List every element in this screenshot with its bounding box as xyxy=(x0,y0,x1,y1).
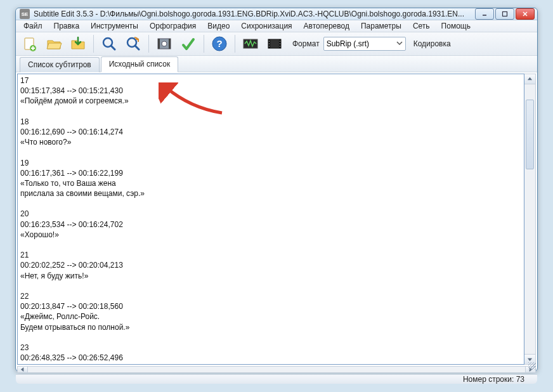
menu-options[interactable]: Параметры xyxy=(356,20,407,32)
format-label: Формат xyxy=(292,39,320,48)
window-title: Subtitle Edit 3.5.3 - D:\Фильмы\Ogni.bol… xyxy=(34,10,475,18)
menubar: Файл Правка Инструменты Орфография Видео… xyxy=(16,20,537,32)
app-icon: SE xyxy=(20,9,30,19)
scroll-thumb[interactable] xyxy=(526,100,534,169)
replace-button[interactable] xyxy=(123,34,143,54)
titlebar: SE Subtitle Edit 3.5.3 - D:\Фильмы\Ogni.… xyxy=(16,8,537,20)
horizontal-scrollbar[interactable] xyxy=(17,366,536,373)
menu-autotranslate[interactable]: Автоперевод xyxy=(299,20,355,32)
svg-rect-24 xyxy=(269,46,270,47)
svg-rect-1 xyxy=(503,12,507,16)
format-value: SubRip (.srt) xyxy=(327,39,369,48)
separator xyxy=(148,35,149,53)
tabs: Список субтитров Исходный список xyxy=(16,56,537,72)
svg-point-15 xyxy=(162,41,167,46)
save-button[interactable] xyxy=(68,34,88,54)
svg-rect-27 xyxy=(280,46,280,47)
menu-tools[interactable]: Инструменты xyxy=(86,20,143,32)
video-button[interactable] xyxy=(264,34,285,54)
svg-rect-14 xyxy=(169,39,171,49)
svg-rect-26 xyxy=(280,43,280,44)
close-button[interactable] xyxy=(516,8,535,20)
separator xyxy=(204,35,204,53)
separator xyxy=(93,35,94,53)
source-text-panel[interactable]: 17 00:15:17,384 --> 00:15:21,430 «Пойдём… xyxy=(17,74,524,365)
menu-file[interactable]: Файл xyxy=(18,20,48,32)
window-controls xyxy=(475,8,535,20)
find-button[interactable] xyxy=(99,34,119,54)
new-file-button[interactable] xyxy=(20,34,40,54)
separator xyxy=(235,35,235,53)
vertical-scrollbar[interactable] xyxy=(524,74,536,365)
maximize-button[interactable] xyxy=(495,8,514,20)
format-combo[interactable]: SubRip (.srt) xyxy=(323,37,406,51)
visual-sync-button[interactable] xyxy=(154,34,174,54)
svg-text:?: ? xyxy=(216,38,222,49)
content-area: 17 00:15:17,384 --> 00:15:21,430 «Пойдём… xyxy=(16,72,537,366)
svg-line-11 xyxy=(135,46,139,49)
svg-rect-25 xyxy=(280,41,280,42)
menu-help[interactable]: Помощь xyxy=(436,20,476,32)
tab-source-list[interactable]: Исходный список xyxy=(101,56,178,72)
tab-subtitle-list[interactable]: Список субтитров xyxy=(20,57,100,72)
resize-grip-icon[interactable] xyxy=(528,362,536,370)
svg-rect-22 xyxy=(269,41,270,42)
help-button[interactable]: ? xyxy=(209,34,230,54)
menu-spelling[interactable]: Орфография xyxy=(145,20,201,32)
scroll-left-icon[interactable] xyxy=(18,367,28,372)
scroll-up-icon[interactable] xyxy=(524,74,535,84)
statusbar: Номер строки: 73 xyxy=(16,374,537,384)
app-window: SE Subtitle Edit 3.5.3 - D:\Фильмы\Ogni.… xyxy=(15,8,538,372)
spellcheck-button[interactable] xyxy=(178,34,198,54)
svg-line-9 xyxy=(111,46,115,49)
encoding-label: Кодировка xyxy=(413,39,451,48)
svg-rect-23 xyxy=(269,43,270,44)
waveform-button[interactable] xyxy=(240,34,261,54)
menu-video[interactable]: Видео xyxy=(202,20,235,32)
menu-network[interactable]: Сеть xyxy=(408,20,435,32)
svg-rect-13 xyxy=(158,39,160,49)
chevron-down-icon xyxy=(396,39,403,48)
menu-sync[interactable]: Сихронизация xyxy=(236,20,297,32)
toolbar: ? Формат SubRip (.srt) Кодировка xyxy=(16,32,537,56)
open-file-button[interactable] xyxy=(44,34,64,54)
menu-edit[interactable]: Правка xyxy=(49,20,85,32)
line-number-status: Номер строки: 73 xyxy=(463,375,524,384)
minimize-button[interactable] xyxy=(475,8,494,20)
